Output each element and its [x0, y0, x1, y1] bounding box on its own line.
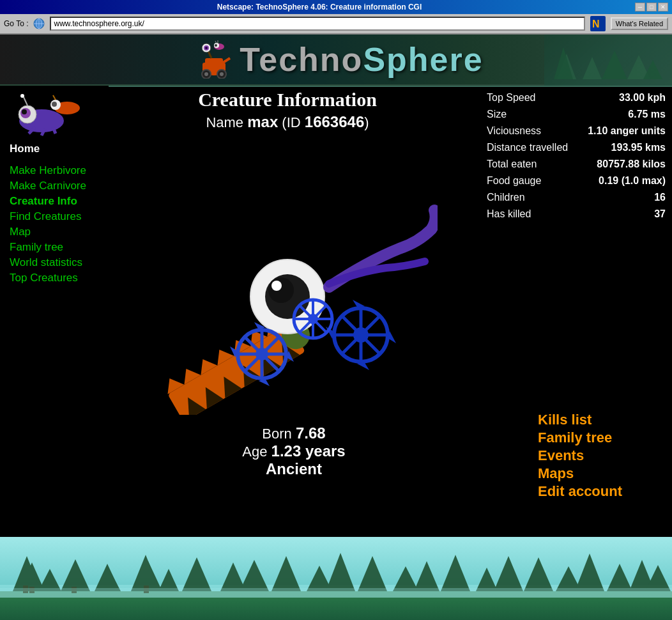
svg-line-42 — [53, 95, 56, 100]
main-content: TechnoSphere Home — [0, 35, 672, 620]
sidebar-item-make-herbivore[interactable]: Make Herbivore — [10, 164, 99, 177]
action-links: Kills list Family tree Events Maps Edit … — [538, 412, 666, 501]
header-banner: TechnoSphere — [0, 35, 672, 86]
stat-value-food-gauge: 0.19 (1.0 max) — [576, 175, 666, 187]
age-label: Age — [242, 444, 267, 460]
age-value: 1.23 years — [271, 442, 346, 460]
stat-value-has-killed: 37 — [576, 208, 666, 220]
svg-point-41 — [52, 102, 57, 107]
stat-label-has-killed: Has killed — [487, 208, 576, 220]
creature-id: 1663646 — [305, 113, 364, 130]
sidebar-item-top-creatures[interactable]: Top Creatures — [10, 272, 99, 284]
creature-info-heading: Creature Information — [109, 89, 466, 111]
stat-label-food-gauge: Food gauge — [487, 175, 576, 187]
sidebar-item-family-tree[interactable]: Family tree — [10, 241, 99, 254]
kills-list-link[interactable]: Kills list — [538, 412, 666, 428]
goto-label: Go To : — [4, 19, 28, 28]
header-creature-svg — [188, 40, 233, 79]
stat-value-children: 16 — [576, 192, 666, 203]
stat-value-top-speed: 33.00 kph — [576, 92, 666, 104]
age-text: Age 1.23 years — [109, 442, 479, 460]
stat-row-children: Children 16 — [487, 192, 666, 203]
header-techno: Techno — [240, 41, 363, 78]
sidebar-item-creature-info[interactable]: Creature Info — [10, 195, 99, 208]
header-title: TechnoSphere — [240, 40, 483, 79]
svg-point-61 — [271, 281, 282, 291]
stat-row-size: Size 6.75 ms — [487, 109, 666, 120]
stat-label-children: Children — [487, 192, 576, 203]
stat-value-viciousness: 1.10 anger units — [576, 125, 666, 137]
creature-born-info: Born 7.68 Age 1.23 years Ancient — [109, 424, 479, 478]
header-sphere: Sphere — [363, 41, 483, 78]
svg-point-27 — [215, 44, 217, 47]
titlebar: Netscape: TechnoSphere 4.06: Creature in… — [0, 0, 672, 14]
creature-name-line: Name max (ID 1663646) — [109, 113, 466, 131]
sidebar-nav: Home Make Herbivore Make Carnivore Creat… — [10, 143, 99, 284]
name-prefix: Name — [206, 114, 243, 130]
creature-status: Ancient — [109, 460, 479, 478]
svg-point-87 — [308, 314, 318, 324]
edit-account-link[interactable]: Edit account — [538, 483, 666, 500]
creature-name: max — [247, 113, 278, 130]
svg-point-38 — [20, 94, 24, 98]
svg-line-20 — [223, 58, 230, 63]
stat-row-food-gauge: Food gauge 0.19 (1.0 max) — [487, 175, 666, 187]
stat-value-size: 6.75 ms — [576, 109, 666, 120]
sidebar-creature-svg — [10, 92, 86, 137]
svg-text:N: N — [592, 19, 600, 29]
stat-row-total-eaten: Total eaten 80757.88 kilos — [487, 159, 666, 170]
svg-rect-19 — [205, 58, 223, 68]
born-value: 7.68 — [296, 424, 326, 442]
svg-point-18 — [220, 72, 224, 76]
whats-related-button[interactable]: What's Related — [611, 17, 668, 30]
close-button[interactable]: ✕ — [658, 3, 668, 12]
svg-point-67 — [256, 348, 268, 360]
svg-rect-132 — [0, 588, 672, 598]
family-tree-link[interactable]: Family tree — [538, 430, 666, 446]
stat-label-size: Size — [487, 109, 576, 120]
stat-label-total-eaten: Total eaten — [487, 159, 576, 170]
sidebar-item-find-creatures[interactable]: Find Creatures — [10, 210, 99, 223]
born-label: Born — [262, 426, 291, 442]
events-link[interactable]: Events — [538, 447, 666, 464]
stats-panel: Top Speed 33.00 kph Size 6.75 ms Vicious… — [487, 92, 666, 225]
stat-value-distance: 193.95 kms — [576, 142, 666, 153]
svg-point-60 — [268, 277, 294, 303]
stat-row-distance: Distance travelled 193.95 kms — [487, 142, 666, 153]
stat-row-viciousness: Viciousness 1.10 anger units — [487, 125, 666, 137]
stat-label-distance: Distance travelled — [487, 142, 576, 153]
minimize-button[interactable]: ─ — [635, 3, 645, 12]
svg-point-77 — [353, 327, 369, 343]
sidebar-item-world-statistics[interactable]: World statistics — [10, 256, 99, 269]
stat-value-total-eaten: 80757.88 kilos — [576, 159, 666, 170]
stat-label-viciousness: Viciousness — [487, 125, 576, 137]
sidebar-item-make-carnivore[interactable]: Make Carnivore — [10, 180, 99, 192]
url-input[interactable] — [54, 19, 581, 28]
header-bg-decoration — [544, 35, 672, 86]
netscape-icon: N — [590, 16, 606, 31]
maps-link[interactable]: Maps — [538, 465, 666, 482]
stat-row-has-killed: Has killed 37 — [487, 208, 666, 220]
sidebar-item-home[interactable]: Home — [10, 143, 99, 155]
creature-main-svg — [150, 172, 438, 415]
stat-row-top-speed: Top Speed 33.00 kph — [487, 92, 666, 104]
bottom-landscape — [0, 537, 672, 620]
maximize-button[interactable]: □ — [646, 3, 657, 12]
svg-line-37 — [24, 97, 27, 105]
svg-point-17 — [204, 72, 208, 76]
toolbar: Go To : N What's Related — [0, 14, 672, 35]
titlebar-title: Netscape: TechnoSphere 4.06: Creature in… — [4, 3, 635, 12]
sidebar-item-map[interactable]: Map — [10, 226, 99, 238]
whats-related-label: What's Related — [616, 20, 663, 27]
born-text: Born 7.68 — [109, 424, 479, 442]
svg-point-24 — [205, 47, 208, 49]
creature-illustration — [109, 156, 479, 431]
url-bar[interactable] — [50, 17, 584, 31]
landscape-svg — [0, 537, 672, 620]
svg-point-33 — [22, 109, 27, 114]
creature-info-section: Creature Information Name max (ID 166364… — [109, 89, 466, 131]
stat-label-top-speed: Top Speed — [487, 92, 576, 104]
header-trees-svg — [544, 35, 672, 86]
id-prefix: ID — [287, 114, 301, 130]
browser-icon — [33, 18, 45, 29]
